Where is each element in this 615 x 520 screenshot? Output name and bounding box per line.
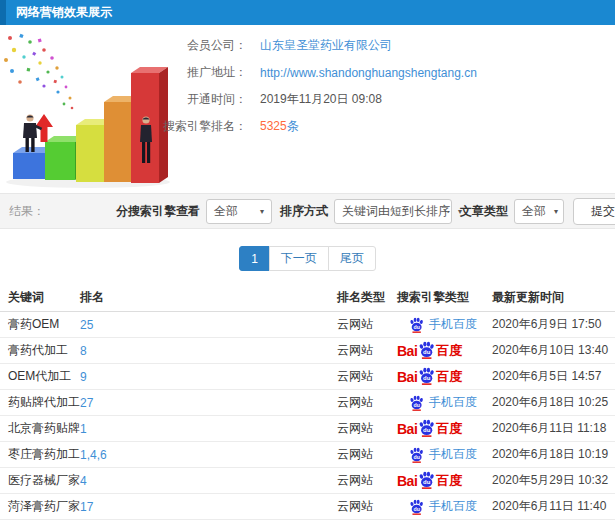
ranking-count-number: 5325: [260, 119, 287, 133]
page-1-button[interactable]: 1: [239, 246, 270, 271]
column-header-engine-type: 搜索引擎类型: [397, 289, 492, 306]
ranking-count-unit: 条: [287, 119, 299, 133]
mobile-baidu-icon: 手机百度: [409, 498, 477, 515]
rank-link[interactable]: 9: [80, 370, 337, 384]
engine-label: 手机百度: [429, 316, 477, 333]
keyword-cell: 枣庄膏药加工: [0, 446, 80, 463]
member-info-section: 会员公司： 山东皇圣堂药业有限公司 推广地址： http://www.shand…: [0, 25, 615, 190]
table-header-row: 关键词 排名 排名类型 搜索引擎类型 最新更新时间: [0, 284, 615, 312]
engine-cell: Bai百度: [397, 419, 492, 439]
info-rows: 会员公司： 山东皇圣堂药业有限公司 推广地址： http://www.shand…: [185, 32, 477, 140]
table-row: OEM代加工 9 云网站 Bai百度 2020年6月5日 14:57: [0, 364, 615, 390]
rank-type-cell: 云网站: [337, 342, 397, 359]
pagination: 1 下一页 尾页: [0, 246, 615, 271]
promo-url-label: 推广地址：: [185, 64, 247, 81]
rank-link[interactable]: 27: [80, 396, 337, 410]
top-bar: 网络营销效果展示: [0, 0, 615, 25]
rank-link[interactable]: 4: [80, 474, 337, 488]
updated-time-cell: 2020年6月11日 11:18: [492, 420, 615, 437]
info-row-promo-url: 推广地址： http://www.shandonghuangshengtang.…: [185, 59, 477, 86]
table-row: 菏泽膏药厂家 17 云网站 手机百度 2020年6月11日 11:40: [0, 494, 615, 520]
rank-type-cell: 云网站: [337, 472, 397, 489]
chevron-down-icon: ▾: [260, 207, 264, 216]
column-header-updated: 最新更新时间: [492, 289, 615, 306]
sort-select[interactable]: 关键词由短到长排序 ▾: [334, 199, 452, 224]
baidu-logo-icon: Bai百度: [397, 341, 462, 361]
businessman-left-graphic: [23, 114, 42, 152]
engine-view-select[interactable]: 全部 ▾: [206, 199, 272, 224]
engine-cell: Bai百度: [397, 367, 492, 387]
rank-type-cell: 云网站: [337, 368, 397, 385]
keyword-cell: 膏药代加工: [0, 342, 80, 359]
rank-type-cell: 云网站: [337, 420, 397, 437]
table-row: 医疗器械厂家 4 云网站 Bai百度 2020年5月29日 10:32: [0, 468, 615, 494]
table-row: 北京膏药贴牌 1 云网站 Bai百度 2020年6月11日 11:18: [0, 416, 615, 442]
ranking-table: 关键词 排名 排名类型 搜索引擎类型 最新更新时间 膏药OEM 25 云网站 手…: [0, 284, 615, 520]
company-label: 会员公司：: [185, 37, 247, 54]
rank-type-cell: 云网站: [337, 316, 397, 333]
result-label: 结果：: [9, 203, 45, 220]
filter-bar: 结果： 分搜索引擎查看 全部 ▾ 排序方式 关键词由短到长排序 ▾ 文章类型 全…: [0, 193, 615, 229]
info-row-ranking-count: 搜索引擎排名： 5325条: [185, 113, 477, 140]
article-type-label: 文章类型: [460, 203, 508, 220]
marketing-growth-illustration: [0, 30, 185, 190]
rank-link[interactable]: 1,4,6: [80, 448, 337, 462]
keyword-cell: 北京膏药贴牌: [0, 420, 80, 437]
table-row: 膏药代加工 8 云网站 Bai百度 2020年6月10日 13:40: [0, 338, 615, 364]
engine-view-selected-value: 全部: [214, 203, 238, 220]
chevron-down-icon: ▾: [554, 207, 558, 216]
rank-link[interactable]: 25: [80, 318, 337, 332]
engine-cell: Bai百度: [397, 341, 492, 361]
engine-cell: 手机百度: [397, 316, 492, 333]
next-page-button[interactable]: 下一页: [269, 246, 329, 271]
updated-time-cell: 2020年5月29日 10:32: [492, 472, 615, 489]
keyword-cell: 膏药OEM: [0, 316, 80, 333]
info-row-company: 会员公司： 山东皇圣堂药业有限公司: [185, 32, 477, 59]
updated-time-cell: 2020年6月9日 17:50: [492, 316, 615, 333]
keyword-cell: 药贴牌代加工: [0, 394, 80, 411]
open-time-label: 开通时间：: [185, 91, 247, 108]
article-type-select[interactable]: 全部 ▾: [514, 199, 564, 224]
keyword-cell: 菏泽膏药厂家: [0, 498, 80, 515]
confetti-graphic: [4, 34, 73, 110]
last-page-button[interactable]: 尾页: [328, 246, 376, 271]
engine-cell: 手机百度: [397, 498, 492, 515]
column-header-rank: 排名: [80, 289, 337, 306]
engine-label: 手机百度: [429, 446, 477, 463]
engine-label: 手机百度: [429, 394, 477, 411]
keyword-cell: 医疗器械厂家: [0, 472, 80, 489]
open-time-value: 2019年11月20日 09:08: [260, 91, 382, 108]
mobile-baidu-icon: 手机百度: [409, 394, 477, 411]
updated-time-cell: 2020年6月10日 13:40: [492, 342, 615, 359]
rank-link[interactable]: 17: [80, 500, 337, 514]
baidu-logo-icon: Bai百度: [397, 471, 462, 491]
mobile-baidu-icon: 手机百度: [409, 446, 477, 463]
table-row: 膏药OEM 25 云网站 手机百度 2020年6月9日 17:50: [0, 312, 615, 338]
table-row: 枣庄膏药加工 1,4,6 云网站 手机百度 2020年6月18日 10:19: [0, 442, 615, 468]
table-row: 药贴牌代加工 27 云网站 手机百度 2020年6月18日 10:25: [0, 390, 615, 416]
keyword-cell: OEM代加工: [0, 368, 80, 385]
updated-time-cell: 2020年6月18日 10:25: [492, 394, 615, 411]
column-header-keyword: 关键词: [0, 289, 80, 306]
rank-link[interactable]: 8: [80, 344, 337, 358]
engine-cell: Bai百度: [397, 471, 492, 491]
updated-time-cell: 2020年6月18日 10:19: [492, 446, 615, 463]
engine-cell: 手机百度: [397, 446, 492, 463]
rank-type-cell: 云网站: [337, 498, 397, 515]
sort-selected-value: 关键词由短到长排序: [342, 203, 450, 220]
updated-time-cell: 2020年6月5日 14:57: [492, 368, 615, 385]
engine-view-label: 分搜索引擎查看: [116, 203, 200, 220]
page-title: 网络营销效果展示: [0, 4, 112, 21]
engine-label: 手机百度: [429, 498, 477, 515]
company-link[interactable]: 山东皇圣堂药业有限公司: [260, 37, 392, 54]
ranking-count-value[interactable]: 5325条: [260, 118, 299, 135]
promo-url-link[interactable]: http://www.shandonghuangshengtang.cn: [260, 66, 477, 80]
submit-button[interactable]: 提交: [573, 198, 615, 225]
sort-label: 排序方式: [280, 203, 328, 220]
baidu-logo-icon: Bai百度: [397, 367, 462, 387]
updated-time-cell: 2020年6月11日 11:40: [492, 498, 615, 515]
rank-type-cell: 云网站: [337, 394, 397, 411]
info-row-open-time: 开通时间： 2019年11月20日 09:08: [185, 86, 477, 113]
rank-link[interactable]: 1: [80, 422, 337, 436]
top-bar-accent: [0, 0, 6, 25]
